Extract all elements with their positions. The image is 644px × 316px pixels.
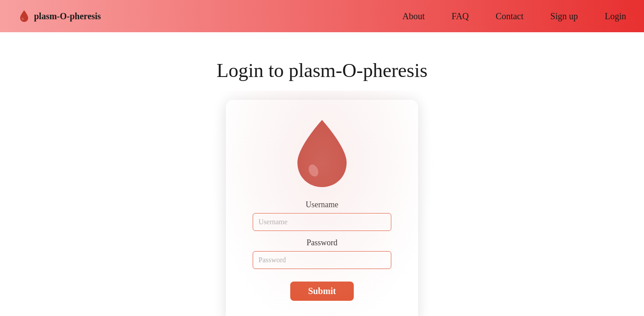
password-label: Password: [306, 238, 337, 247]
nav-login[interactable]: Login: [605, 11, 626, 21]
nav-contact[interactable]: Contact: [496, 11, 523, 21]
nav-signup[interactable]: Sign up: [551, 11, 578, 21]
nav-links: About FAQ Contact Sign up Login: [402, 11, 626, 21]
username-input[interactable]: [253, 213, 391, 231]
page-title: Login to plasm-O-pheresis: [216, 59, 428, 82]
login-card: Username Password Submit: [226, 100, 418, 316]
brand-drop-icon: [18, 10, 30, 22]
username-field: Username: [253, 200, 391, 231]
login-card-wrapper: Username Password Submit: [226, 100, 418, 316]
navbar: plasm-O-pheresis About FAQ Contact Sign …: [0, 0, 644, 32]
password-field: Password: [253, 238, 391, 269]
password-input[interactable]: [253, 251, 391, 269]
submit-button[interactable]: Submit: [290, 282, 354, 301]
brand[interactable]: plasm-O-pheresis: [18, 10, 402, 22]
nav-about[interactable]: About: [402, 11, 425, 21]
login-drop-icon: [293, 118, 351, 189]
main-content: Login to plasm-O-pheresis Username Passw…: [0, 32, 644, 316]
brand-name: plasm-O-pheresis: [34, 11, 101, 21]
username-label: Username: [306, 200, 339, 209]
nav-faq[interactable]: FAQ: [452, 11, 469, 21]
